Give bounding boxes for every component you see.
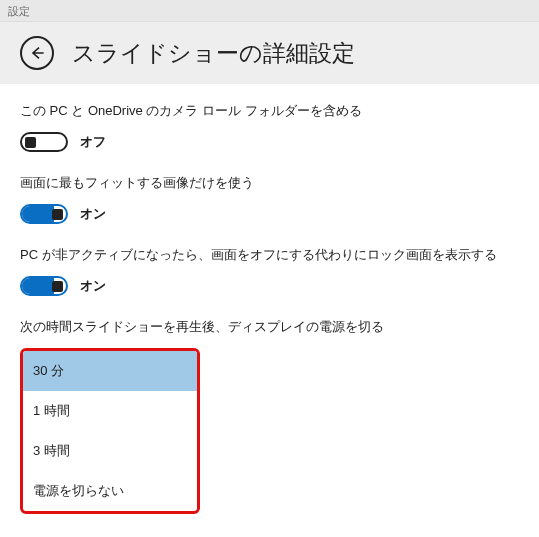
toggle-knob [52,281,63,292]
toggle-knob [25,137,36,148]
dropdown-option-never[interactable]: 電源を切らない [23,471,197,511]
titlebar: 設定 [0,0,539,22]
toggle-camera-roll[interactable] [20,132,68,152]
dropdown-option-1hour[interactable]: 1 時間 [23,391,197,431]
toggle-row: オン [20,204,519,224]
toggle-row: オフ [20,132,519,152]
setting-label: 画面に最もフィットする画像だけを使う [20,174,519,192]
page-header: スライドショーの詳細設定 [0,22,539,84]
back-button[interactable] [20,36,54,70]
setting-power-off: 次の時間スライドショーを再生後、ディスプレイの電源を切る 30 分 1 時間 3… [20,318,519,514]
toggle-state-text: オン [80,277,106,295]
power-off-dropdown[interactable]: 30 分 1 時間 3 時間 電源を切らない [20,348,200,514]
toggle-inactive[interactable] [20,276,68,296]
setting-fit-screen: 画面に最もフィットする画像だけを使う オン [20,174,519,224]
setting-label: この PC と OneDrive のカメラ ロール フォルダーを含める [20,102,519,120]
toggle-fit-screen[interactable] [20,204,68,224]
settings-content: この PC と OneDrive のカメラ ロール フォルダーを含める オフ 画… [0,84,539,537]
dropdown-option-30min[interactable]: 30 分 [23,351,197,391]
page-title: スライドショーの詳細設定 [72,38,355,69]
toggle-row: オン [20,276,519,296]
dropdown-option-3hours[interactable]: 3 時間 [23,431,197,471]
toggle-knob [52,209,63,220]
setting-label: 次の時間スライドショーを再生後、ディスプレイの電源を切る [20,318,519,336]
setting-camera-roll: この PC と OneDrive のカメラ ロール フォルダーを含める オフ [20,102,519,152]
arrow-left-icon [29,45,45,61]
setting-label: PC が非アクティブになったら、画面をオフにする代わりにロック画面を表示する [20,246,519,264]
toggle-state-text: オフ [80,133,106,151]
toggle-state-text: オン [80,205,106,223]
dropdown-container: 30 分 1 時間 3 時間 電源を切らない [20,348,519,514]
setting-inactive: PC が非アクティブになったら、画面をオフにする代わりにロック画面を表示する オ… [20,246,519,296]
